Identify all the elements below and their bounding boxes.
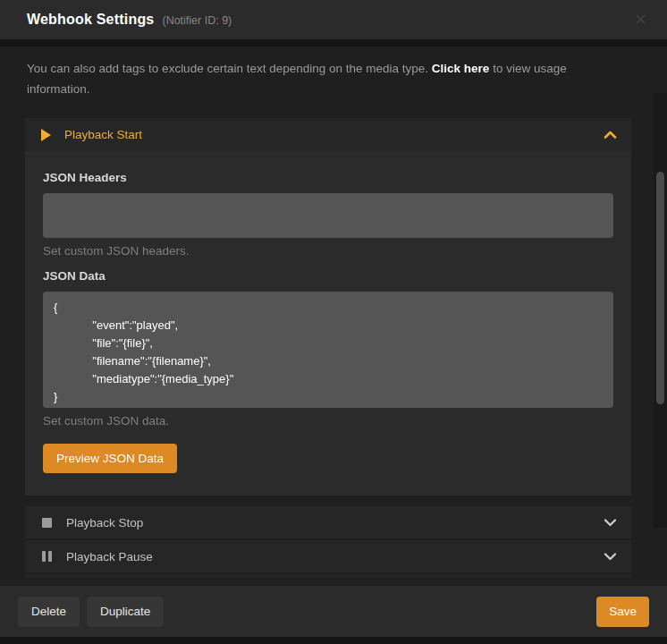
json-headers-hint: Set custom JSON headers. xyxy=(43,244,613,258)
accordion-label: Playback Start xyxy=(64,128,142,141)
duplicate-button[interactable]: Duplicate xyxy=(87,597,164,627)
accordion-label: Playback Stop xyxy=(66,516,143,530)
json-headers-input[interactable] xyxy=(43,193,613,238)
modal-footer: Delete Duplicate Save xyxy=(0,586,667,637)
next-panel-cut-off xyxy=(25,574,631,578)
json-headers-label: JSON Headers xyxy=(43,171,613,184)
scrollbar-track[interactable] xyxy=(654,93,667,528)
notifier-id-label: (Notifier ID: 9) xyxy=(162,14,232,27)
panel-playback-stop: Playback Stop xyxy=(25,506,631,538)
intro-text: You can also add tags to exclude certain… xyxy=(27,58,612,99)
chevron-down-icon[interactable] xyxy=(604,553,617,561)
delete-button[interactable]: Delete xyxy=(18,597,80,627)
chevron-down-icon[interactable] xyxy=(604,519,617,527)
chevron-up-icon[interactable] xyxy=(604,131,617,139)
intro-text-before: You can also add tags to exclude certain… xyxy=(27,62,432,75)
modal-body: You can also add tags to exclude certain… xyxy=(0,47,667,586)
accordion-header-playback-stop[interactable]: Playback Stop xyxy=(25,506,631,538)
webhook-settings-modal: Webhook Settings (Notifier ID: 9) ✕ You … xyxy=(0,0,667,644)
scrollbar-thumb[interactable] xyxy=(656,172,664,404)
json-data-label: JSON Data xyxy=(43,269,613,283)
trigger-accordion: Playback Start JSON Headers Set custom J… xyxy=(25,118,631,578)
header-divider xyxy=(0,39,667,47)
accordion-header-playback-pause[interactable]: Playback Pause xyxy=(25,540,631,572)
panel-playback-pause: Playback Pause xyxy=(25,540,631,572)
footer-divider xyxy=(0,637,667,644)
panel-body-playback-start: JSON Headers Set custom JSON headers. JS… xyxy=(25,151,631,496)
json-data-input[interactable]: { "event":"played", "file":"{file}", "fi… xyxy=(43,292,613,408)
modal-header: Webhook Settings (Notifier ID: 9) ✕ xyxy=(0,0,667,39)
play-icon xyxy=(41,129,51,141)
click-here-link[interactable]: Click here xyxy=(432,62,490,75)
save-button[interactable]: Save xyxy=(596,597,649,627)
accordion-header-playback-start[interactable]: Playback Start xyxy=(25,118,631,151)
preview-json-data-button[interactable]: Preview JSON Data xyxy=(43,444,177,473)
stop-icon xyxy=(42,518,52,528)
panel-playback-start: Playback Start JSON Headers Set custom J… xyxy=(25,118,631,496)
close-icon[interactable]: ✕ xyxy=(630,8,651,31)
pause-icon xyxy=(42,551,52,562)
modal-title: Webhook Settings xyxy=(27,12,154,28)
json-data-hint: Set custom JSON data. xyxy=(43,414,613,428)
accordion-label: Playback Pause xyxy=(66,550,153,564)
